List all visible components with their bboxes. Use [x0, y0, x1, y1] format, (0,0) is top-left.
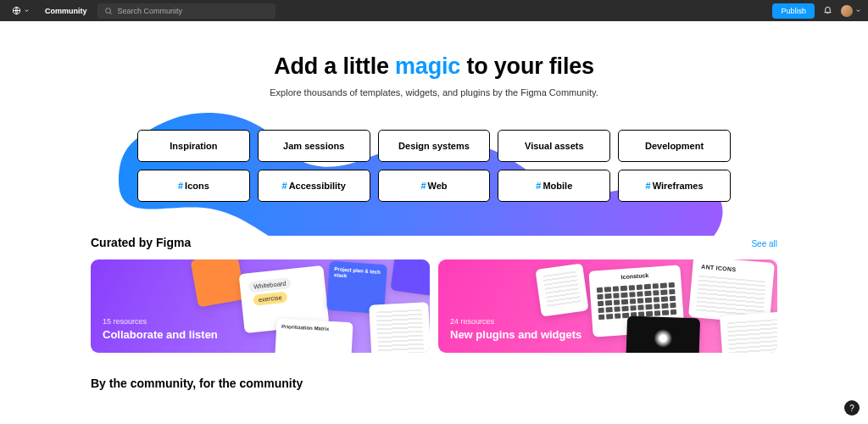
category-inspiration[interactable]: Inspiration	[137, 130, 250, 162]
globe-icon	[12, 6, 21, 15]
nav-community[interactable]: Community	[35, 7, 97, 15]
account-menu[interactable]	[841, 5, 861, 17]
search-icon	[104, 7, 113, 15]
category-development[interactable]: Development	[618, 130, 731, 162]
hero-subtitle: Explore thousands of templates, widgets,…	[0, 87, 868, 98]
category-jam-sessions[interactable]: Jam sessions	[258, 130, 370, 162]
notifications-button[interactable]	[815, 5, 841, 16]
svg-point-1	[105, 8, 110, 13]
publish-button[interactable]: Publish	[772, 3, 815, 19]
chevron-down-icon	[855, 8, 861, 14]
bell-icon	[823, 5, 832, 14]
card-title: New plugins and widgets	[450, 328, 581, 341]
chevron-down-icon	[24, 8, 30, 14]
category-icons[interactable]: #Icons	[137, 170, 250, 202]
category-wireframes[interactable]: #Wireframes	[618, 170, 731, 202]
curated-heading: Curated by Figma	[91, 236, 191, 249]
card-art: Iconstuck ANT ICONS	[572, 265, 777, 348]
category-grid: Inspiration Jam sessions Design systems …	[137, 130, 731, 202]
category-visual-assets[interactable]: Visual assets	[498, 130, 610, 162]
curated-card-collaborate[interactable]: Whiteboard exercise Project plan & tech …	[91, 259, 430, 353]
category-web[interactable]: #Web	[378, 170, 491, 202]
search-box[interactable]	[97, 3, 275, 19]
avatar	[841, 5, 853, 17]
community-section: By the community, for the community	[91, 377, 777, 390]
global-menu[interactable]	[7, 6, 35, 15]
hero-title: Add a little magic to your files	[0, 53, 868, 80]
category-accessibility[interactable]: #Accessibility	[258, 170, 370, 202]
card-count: 24 resources	[450, 317, 581, 326]
see-all-link[interactable]: See all	[751, 239, 777, 248]
search-input[interactable]	[118, 7, 269, 15]
card-art: Whiteboard exercise Project plan & tech …	[225, 265, 430, 348]
curated-card-plugins[interactable]: Iconstuck ANT ICONS 24 resources New plu…	[438, 259, 777, 353]
category-design-systems[interactable]: Design systems	[378, 130, 491, 162]
card-title: Collaborate and listen	[103, 328, 218, 341]
hero: Add a little magic to your files Explore…	[0, 21, 868, 236]
card-count: 15 resources	[103, 317, 218, 326]
community-heading: By the community, for the community	[91, 377, 777, 390]
topbar: Community Publish	[0, 0, 868, 21]
curated-section: Curated by Figma See all Whiteboard exer…	[91, 236, 777, 353]
category-mobile[interactable]: #Mobile	[498, 170, 610, 202]
